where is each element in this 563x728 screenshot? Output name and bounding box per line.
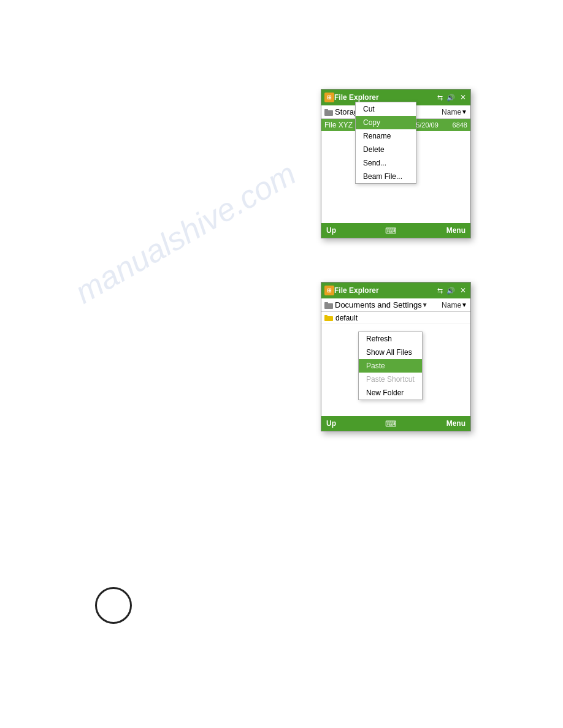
file-size-1: 6848 [444, 121, 467, 129]
ctx-refresh[interactable]: Refresh [359, 332, 422, 346]
ctx-paste-shortcut: Paste Shortcut [359, 373, 422, 386]
ctx-show-all-files[interactable]: Show All Files [359, 346, 422, 359]
up-button-1[interactable]: Up [326, 226, 336, 235]
close-button-2[interactable]: ✕ [459, 286, 467, 295]
addr-dropdown-2[interactable]: ▼ [422, 301, 428, 308]
file-explorer-window-1: ⊞ File Explorer ⇆ 🔊 ✕ Storage ▼ Name ▼ F… [321, 89, 471, 238]
svg-rect-3 [324, 302, 328, 304]
title-icons-1: ⇆ 🔊 ✕ [437, 93, 467, 102]
context-menu-2: Refresh Show All Files Paste Paste Short… [358, 332, 423, 400]
storage-folder-icon [324, 108, 333, 116]
file-list-1: File XYZ 5/20/09 6848 Cut Copy Rename De… [321, 119, 470, 223]
folder-name-default: default [335, 314, 358, 322]
folder-icon-default [324, 314, 333, 322]
svg-rect-5 [324, 315, 327, 317]
docs-folder-icon [324, 301, 333, 309]
menu-button-2[interactable]: Menu [446, 419, 465, 428]
watermark: manualshive.com [69, 155, 302, 311]
volume-icon-2: 🔊 [446, 287, 455, 295]
bottom-bar-2: Up ⌨ Menu [321, 416, 470, 431]
window-title-2: File Explorer [334, 286, 437, 295]
sort-name-2: Name [442, 301, 461, 309]
ctx-rename[interactable]: Rename [356, 129, 416, 143]
keyboard-icon-2[interactable]: ⌨ [385, 419, 397, 428]
svg-rect-2 [324, 303, 333, 309]
start-icon-2: ⊞ [324, 286, 334, 295]
title-icons-2: ⇆ 🔊 ✕ [437, 286, 467, 295]
volume-icon-1: 🔊 [446, 94, 455, 102]
menu-button-1[interactable]: Menu [446, 226, 465, 235]
ctx-delete[interactable]: Delete [356, 143, 416, 156]
ctx-paste[interactable]: Paste [359, 359, 422, 373]
ctx-send[interactable]: Send... [356, 156, 416, 170]
file-explorer-window-2: ⊞ File Explorer ⇆ 🔊 ✕ Documents and Sett… [321, 282, 471, 431]
file-list-2: default Refresh Show All Files Paste Pas… [321, 312, 470, 416]
ctx-copy[interactable]: Copy [356, 116, 416, 129]
up-button-2[interactable]: Up [326, 419, 336, 428]
sort-name-1: Name [442, 108, 461, 116]
sort-dropdown-2[interactable]: ▼ [461, 301, 467, 308]
folder-row-default[interactable]: default [321, 312, 470, 324]
start-icon-1: ⊞ [324, 93, 334, 102]
window-title-1: File Explorer [334, 93, 437, 102]
svg-rect-0 [324, 110, 333, 116]
context-menu-1: Cut Copy Rename Delete Send... Beam File… [355, 102, 416, 184]
ctx-new-folder[interactable]: New Folder [359, 386, 422, 400]
signal-icon-2: ⇆ [437, 287, 443, 295]
circle-decoration [95, 587, 132, 624]
svg-rect-4 [324, 316, 333, 321]
bottom-bar-1: Up ⌨ Menu [321, 223, 470, 238]
close-button-1[interactable]: ✕ [459, 93, 467, 102]
signal-icon-1: ⇆ [437, 94, 443, 102]
title-bar-2: ⊞ File Explorer ⇆ 🔊 ✕ [321, 282, 470, 298]
addr-docs-label: Documents and Settings [335, 300, 422, 309]
svg-rect-1 [324, 109, 328, 111]
addr-bar-2: Documents and Settings ▼ Name ▼ [321, 298, 470, 312]
ctx-cut[interactable]: Cut [356, 102, 416, 116]
ctx-beam-file[interactable]: Beam File... [356, 170, 416, 183]
sort-dropdown-1[interactable]: ▼ [461, 108, 467, 115]
keyboard-icon-1[interactable]: ⌨ [385, 226, 397, 235]
